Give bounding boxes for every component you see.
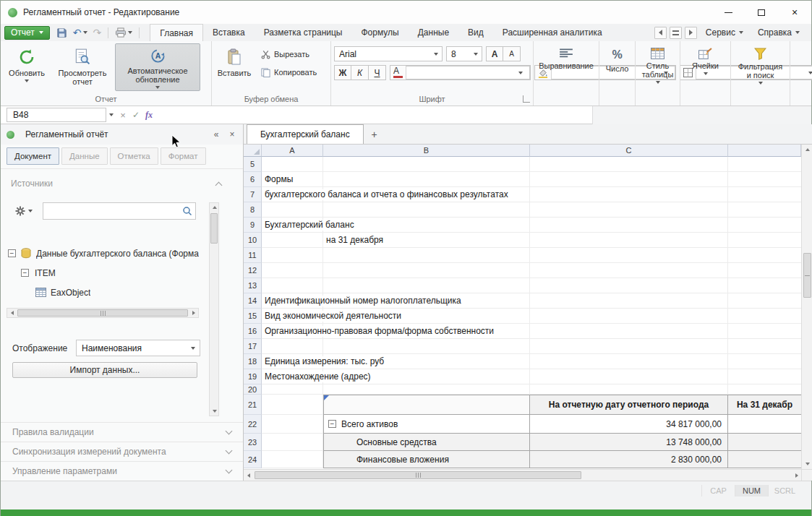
- maximize-button[interactable]: [745, 1, 778, 24]
- cell[interactable]: [728, 233, 801, 248]
- scrollbar-thumb[interactable]: [803, 253, 811, 298]
- scroll-up-button[interactable]: [803, 145, 812, 154]
- print-button[interactable]: [113, 25, 134, 40]
- add-sheet-button[interactable]: +: [364, 124, 385, 144]
- tree-item-datasource[interactable]: − Данные бухгалтерского баланса (Форма: [5, 244, 206, 263]
- import-data-button[interactable]: Импорт данных...: [12, 362, 197, 378]
- save-button[interactable]: [54, 25, 69, 40]
- cell[interactable]: −Всего активов: [323, 415, 530, 434]
- row-header[interactable]: 12: [244, 263, 262, 278]
- cell[interactable]: [530, 172, 728, 187]
- cell[interactable]: [728, 293, 801, 309]
- cell[interactable]: [530, 248, 728, 263]
- scroll-up-button[interactable]: [210, 203, 219, 212]
- cell[interactable]: [262, 339, 323, 354]
- scrollbar-thumb[interactable]: [17, 309, 188, 317]
- cell[interactable]: [262, 157, 323, 172]
- row-header[interactable]: 23: [244, 434, 262, 451]
- cell[interactable]: Бухгалтерский баланс: [262, 218, 323, 233]
- redo-button[interactable]: ↷: [91, 25, 104, 40]
- row-header[interactable]: 22: [244, 415, 262, 434]
- row-header[interactable]: 7: [244, 187, 262, 202]
- cell[interactable]: Единица измерения: тыс. руб: [262, 354, 323, 369]
- cell[interactable]: [323, 278, 530, 293]
- tab-advanced-analytics[interactable]: Расширенная аналитика: [493, 24, 612, 41]
- cell[interactable]: [728, 434, 801, 451]
- cell[interactable]: [728, 451, 801, 468]
- tab-scroll-left-button[interactable]: [654, 27, 667, 39]
- row-header[interactable]: 9: [244, 218, 262, 233]
- row-header[interactable]: 16: [244, 324, 262, 339]
- cell[interactable]: Финансовые вложения: [323, 451, 530, 468]
- confirm-entry-button[interactable]: ✓: [129, 108, 142, 122]
- search-input[interactable]: [48, 206, 182, 216]
- section-parameter-management[interactable]: Управление параметрами: [1, 461, 243, 481]
- auto-refresh-button[interactable]: A Автоматическое обновление: [115, 43, 200, 91]
- scroll-down-button[interactable]: [210, 407, 219, 416]
- cell[interactable]: [530, 324, 728, 339]
- name-box-dropdown[interactable]: [106, 108, 116, 122]
- tab-page-layout[interactable]: Разметка страницы: [255, 24, 352, 41]
- cell[interactable]: На отчетную дату отчетного периода: [530, 395, 728, 415]
- cell[interactable]: 34 817 000,00: [530, 415, 728, 434]
- row-header[interactable]: 8: [244, 202, 262, 218]
- cell[interactable]: на 31 декабря: [323, 233, 530, 248]
- refresh-button[interactable]: Обновить: [4, 43, 50, 91]
- column-header[interactable]: B: [323, 145, 530, 157]
- cell[interactable]: Основные средства: [323, 434, 530, 451]
- cell[interactable]: 13 748 000,00: [530, 434, 728, 451]
- filter-search-button[interactable]: Фильтрация и поиск: [734, 43, 787, 91]
- formula-input[interactable]: [155, 108, 592, 122]
- cell[interactable]: [530, 187, 728, 202]
- cell[interactable]: [728, 248, 801, 263]
- sheet-horizontal-scrollbar[interactable]: [244, 469, 801, 481]
- cell[interactable]: [262, 202, 323, 218]
- font-dialog-launcher[interactable]: [523, 95, 530, 103]
- sources-section-header[interactable]: Источники: [11, 175, 221, 192]
- column-header[interactable]: C: [530, 145, 728, 157]
- tab-view[interactable]: Вид: [458, 24, 493, 41]
- row-header[interactable]: 17: [244, 339, 262, 354]
- cell[interactable]: [728, 172, 801, 187]
- row-header[interactable]: 10: [244, 233, 262, 248]
- cell[interactable]: [530, 384, 728, 395]
- cell[interactable]: [530, 202, 728, 218]
- row-header[interactable]: 19: [244, 369, 262, 384]
- cell[interactable]: [530, 278, 728, 293]
- cell[interactable]: [728, 324, 801, 339]
- row-header[interactable]: 13: [244, 278, 262, 293]
- underline-button[interactable]: Ч: [369, 65, 386, 80]
- select-all-corner[interactable]: [244, 145, 262, 157]
- scrollbar-thumb[interactable]: [210, 213, 218, 244]
- row-header[interactable]: 11: [244, 248, 262, 263]
- cell[interactable]: 2 830 000,00: [530, 451, 728, 468]
- undo-button[interactable]: ↶: [71, 25, 90, 40]
- cell[interactable]: [728, 369, 801, 384]
- row-header[interactable]: 5: [244, 157, 262, 172]
- preview-report-button[interactable]: Просмотреть отчет: [53, 43, 112, 91]
- bold-button[interactable]: Ж: [334, 65, 351, 80]
- alignment-button[interactable]: Выравнивание: [536, 43, 597, 91]
- ribbon-layout-button[interactable]: [670, 27, 682, 39]
- panel-tab-data[interactable]: Данные: [61, 147, 108, 165]
- cell[interactable]: Идентификационный номер налогоплательщик…: [262, 293, 323, 309]
- scrollbar-thumb[interactable]: [255, 471, 581, 479]
- number-format-button[interactable]: % Число: [602, 43, 632, 91]
- cell[interactable]: [262, 263, 323, 278]
- cell[interactable]: [530, 339, 728, 354]
- cell[interactable]: [530, 263, 728, 278]
- cell[interactable]: [728, 415, 801, 434]
- paste-button[interactable]: Вставить: [215, 43, 254, 91]
- insert-function-button[interactable]: fx: [142, 108, 155, 122]
- row-header[interactable]: 18: [244, 354, 262, 369]
- sources-settings-button[interactable]: [12, 204, 35, 218]
- column-header[interactable]: A: [262, 145, 323, 157]
- cell[interactable]: [728, 263, 801, 278]
- cell[interactable]: [530, 157, 728, 172]
- cancel-entry-button[interactable]: ×: [116, 108, 129, 122]
- collapse-panel-button[interactable]: «: [210, 128, 223, 141]
- scroll-left-button[interactable]: [244, 471, 253, 480]
- sheet-vertical-scrollbar[interactable]: [801, 145, 812, 469]
- tab-data[interactable]: Данные: [409, 24, 458, 41]
- report-menu-button[interactable]: Отчет: [4, 26, 50, 40]
